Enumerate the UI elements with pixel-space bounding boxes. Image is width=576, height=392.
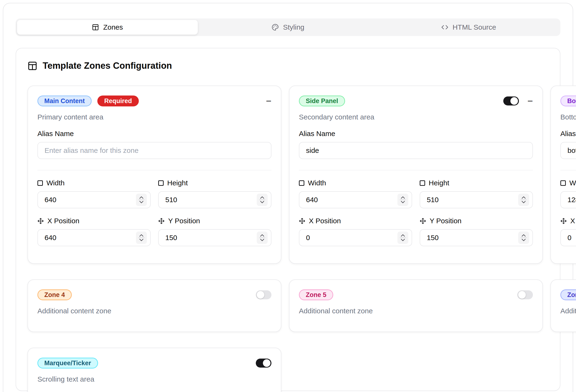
dimensions-row: Width	[299, 170, 533, 246]
stepper[interactable]	[257, 232, 268, 244]
width-input[interactable]	[568, 196, 576, 204]
zone-toggle[interactable]	[256, 290, 271, 299]
chevron-up-icon	[260, 196, 264, 199]
zone-description: Scrolling text area	[37, 375, 271, 383]
stepper[interactable]	[257, 194, 268, 206]
width-field: Width	[37, 170, 151, 208]
width-label: Width	[37, 179, 151, 187]
alias-input[interactable]	[37, 142, 271, 159]
x-position-label: X Position	[37, 217, 151, 225]
chevron-down-icon	[401, 239, 405, 241]
chevron-up-icon	[139, 234, 144, 237]
chevron-up-icon	[521, 196, 526, 199]
tab-styling[interactable]: Styling	[198, 20, 378, 35]
toggle-knob	[263, 359, 270, 367]
height-label: Height	[420, 179, 533, 187]
zone-card-controls	[256, 290, 271, 299]
zone-toggle[interactable]	[256, 359, 271, 368]
stepper-divider	[400, 200, 406, 200]
zone-card-header: Zone 4	[37, 289, 271, 300]
stepper[interactable]	[518, 232, 529, 244]
zone-card-side-panel: Side Panel − Secondary content area Alia…	[289, 86, 543, 264]
x-position-input[interactable]	[45, 234, 136, 242]
y-position-input[interactable]	[165, 234, 257, 242]
zone-card-zone-5: Zone 5 Additional content zone	[289, 279, 543, 332]
x-position-input[interactable]	[568, 234, 576, 242]
stepper[interactable]	[136, 232, 147, 244]
zone-badge: Zone 5	[299, 289, 333, 300]
stepper[interactable]	[397, 232, 408, 244]
tab-html-source[interactable]: HTML Source	[378, 20, 559, 35]
tab-bar: Zones Styling HTML Source	[16, 19, 560, 36]
remove-zone-button[interactable]: −	[266, 96, 271, 106]
height-field: Height	[158, 170, 271, 208]
move-icon	[299, 218, 305, 224]
tab-zones[interactable]: Zones	[17, 20, 198, 35]
alias-input[interactable]	[299, 142, 533, 159]
y-position-field: Y Position	[420, 208, 533, 246]
x-position-field: X Position	[37, 208, 151, 246]
zones-grid: Main Content Required − Primary content …	[28, 86, 548, 392]
chevron-down-icon	[139, 201, 144, 204]
stepper-divider	[138, 238, 144, 238]
zone-description: Additional content zone	[299, 307, 533, 315]
code-icon	[441, 24, 448, 31]
y-position-label: Y Position	[420, 217, 533, 225]
stepper[interactable]	[518, 194, 529, 206]
height-field: Height	[420, 170, 533, 208]
alias-name-label: Alias Name	[299, 130, 533, 138]
alias-name-label: Alias Name	[37, 130, 271, 138]
layout-icon	[28, 61, 37, 71]
zone-toggle[interactable]	[517, 290, 533, 299]
x-position-field: X Position	[560, 208, 576, 246]
zone-card-header: Main Content Required −	[37, 95, 271, 106]
zone-card-zone-4: Zone 4 Additional content zone	[28, 279, 281, 332]
move-icon	[420, 218, 426, 224]
zone-card-main-content: Main Content Required − Primary content …	[28, 86, 281, 264]
zone-badge: Main Content	[37, 95, 92, 106]
alias-name-label: Alias Name	[560, 130, 576, 138]
height-input[interactable]	[165, 196, 257, 204]
page-container: Zones Styling HTML Source Template Zones…	[3, 3, 573, 392]
x-input-box	[560, 229, 576, 246]
zone-toggle[interactable]	[503, 96, 519, 105]
zone-description: Additional content zone	[37, 307, 271, 315]
page-title-text: Template Zones Configuration	[43, 61, 172, 71]
x-position-input[interactable]	[306, 234, 397, 242]
stepper-divider	[520, 238, 527, 238]
zone-card-zone-6: Zone 6 Additional content zone	[550, 279, 576, 332]
width-input-box	[37, 191, 151, 208]
zone-card-controls: −	[266, 96, 271, 106]
chevron-up-icon	[401, 196, 405, 199]
width-input[interactable]	[306, 196, 397, 204]
width-label: Width	[299, 179, 412, 187]
width-input[interactable]	[45, 196, 136, 204]
width-field: Width	[560, 170, 576, 208]
chevron-up-icon	[521, 234, 526, 237]
remove-zone-button[interactable]: −	[527, 96, 533, 106]
zone-card-controls	[517, 290, 533, 299]
zone-badge: Bottom Banner	[560, 95, 576, 106]
stepper[interactable]	[397, 194, 408, 206]
toggle-knob	[510, 97, 518, 105]
toggle-knob	[518, 291, 526, 299]
x-position-label: X Position	[299, 217, 412, 225]
zone-description: Secondary content area	[299, 113, 533, 121]
alias-input[interactable]	[560, 142, 576, 159]
stepper-divider	[520, 200, 527, 200]
layout-icon	[92, 24, 99, 31]
height-input[interactable]	[427, 196, 518, 204]
y-input-box	[420, 229, 533, 246]
zone-card-header: Zone 5	[299, 289, 533, 300]
stepper-divider	[400, 238, 406, 238]
zone-badge: Zone 4	[37, 289, 72, 300]
zone-card-header: Marquee/Ticker	[37, 358, 271, 368]
height-input-box	[158, 191, 271, 208]
x-position-label: X Position	[560, 217, 576, 225]
y-position-input[interactable]	[427, 234, 518, 242]
page-title: Template Zones Configuration	[28, 61, 548, 71]
chevron-up-icon	[260, 234, 264, 237]
stepper-divider	[259, 200, 265, 200]
palette-icon	[272, 24, 279, 31]
stepper[interactable]	[136, 194, 147, 206]
